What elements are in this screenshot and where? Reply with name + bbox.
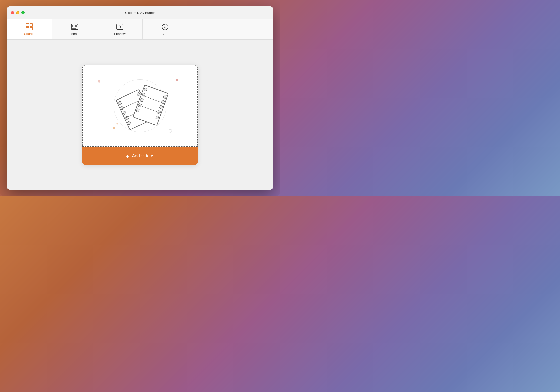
- tab-burn[interactable]: Burn: [143, 19, 188, 39]
- dropzone-area[interactable]: ✦: [82, 65, 198, 147]
- close-button[interactable]: [11, 11, 14, 14]
- main-content: ✦: [7, 40, 273, 190]
- svg-rect-3: [30, 27, 33, 30]
- traffic-lights: [11, 11, 25, 14]
- decorative-dot-top-right: [176, 79, 178, 81]
- tabbar: Source Menu Preview: [7, 19, 273, 40]
- svg-rect-10: [117, 24, 123, 30]
- tab-burn-label: Burn: [162, 32, 168, 36]
- tab-preview-label: Preview: [114, 32, 125, 36]
- svg-rect-5: [72, 25, 74, 27]
- menu-icon: [71, 23, 78, 30]
- app-window: Cisdem DVD Burner Source Menu: [7, 6, 273, 190]
- tab-source[interactable]: Source: [7, 19, 52, 39]
- dropzone-card: ✦: [82, 65, 198, 165]
- add-videos-plus-icon: +: [126, 153, 129, 159]
- titlebar: Cisdem DVD Burner: [7, 6, 273, 19]
- tab-preview[interactable]: Preview: [97, 19, 143, 39]
- svg-rect-0: [26, 24, 29, 26]
- svg-rect-2: [26, 27, 29, 30]
- add-videos-button[interactable]: + Add videos: [82, 147, 198, 165]
- decorative-dot-top-left: [98, 80, 100, 83]
- source-icon: [26, 23, 33, 30]
- tab-source-label: Source: [24, 32, 34, 36]
- maximize-button[interactable]: [21, 11, 25, 14]
- film-icon: [112, 81, 168, 131]
- preview-icon: [116, 23, 123, 30]
- minimize-button[interactable]: [16, 11, 19, 14]
- svg-rect-1: [30, 24, 33, 26]
- tab-menu-label: Menu: [70, 32, 79, 36]
- svg-marker-11: [119, 26, 121, 28]
- film-strips-svg: [112, 81, 168, 131]
- svg-point-13: [164, 26, 166, 28]
- decorative-dot-bottom-right: [169, 129, 172, 133]
- window-title: Cisdem DVD Burner: [125, 11, 155, 15]
- tab-menu[interactable]: Menu: [52, 19, 97, 39]
- add-videos-label: Add videos: [132, 153, 154, 159]
- burn-icon: [162, 23, 169, 30]
